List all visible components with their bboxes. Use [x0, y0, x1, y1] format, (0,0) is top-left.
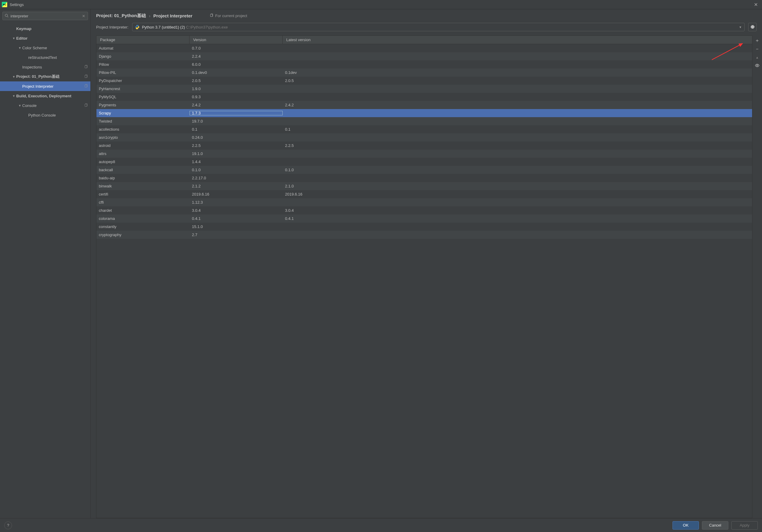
table-row[interactable]: Pillow-PIL0.1.dev00.1dev	[97, 68, 752, 77]
table-row[interactable]: colorama0.4.10.4.1	[97, 214, 752, 223]
interpreter-text: Python 3.7 (untitled1) (2) C:\Python37\p…	[142, 25, 228, 30]
column-latest[interactable]: Latest version	[283, 36, 752, 44]
settings-search-box[interactable]: ✕	[2, 12, 88, 20]
cell-package: autopep8	[97, 160, 190, 164]
cell-version: 2.1.2	[190, 184, 283, 189]
cell-version: 19.1.0	[190, 151, 283, 156]
cell-version: 6.0.0	[190, 62, 283, 67]
table-row[interactable]: acollections0.10.1	[97, 125, 752, 133]
table-row[interactable]: PyHamcrest1.9.0	[97, 85, 752, 93]
column-package[interactable]: Package	[97, 36, 190, 44]
sidebar-item-editor[interactable]: ▼Editor	[0, 33, 90, 43]
cell-latest: 0.1.0	[283, 168, 752, 172]
up-triangle-icon: ▲	[756, 55, 759, 59]
table-row[interactable]: Scrapy1.7.3	[97, 109, 752, 117]
svg-rect-4	[85, 85, 87, 87]
table-row[interactable]: attrs19.1.0	[97, 150, 752, 158]
table-row[interactable]: chardet3.0.43.0.4	[97, 206, 752, 214]
titlebar: PC Settings ✕	[0, 0, 762, 9]
svg-point-7	[136, 25, 137, 26]
plus-icon: ＋	[755, 38, 760, 44]
cell-latest: 0.4.1	[283, 216, 752, 221]
cell-version: 2019.6.16	[190, 192, 283, 196]
cell-package: Django	[97, 54, 190, 59]
cell-package: certifi	[97, 192, 190, 196]
cell-version: 0.4.1	[190, 216, 283, 221]
copy-icon	[209, 13, 213, 18]
sidebar-item-keymap[interactable]: Keymap	[0, 24, 90, 33]
table-row[interactable]: PyMySQL0.9.3	[97, 93, 752, 101]
table-row[interactable]: certifi2019.6.162019.6.16	[97, 190, 752, 198]
table-row[interactable]: baidu-aip2.2.17.0	[97, 174, 752, 182]
add-package-button[interactable]: ＋	[753, 37, 761, 44]
table-row[interactable]: Django2.2.4	[97, 52, 752, 60]
svg-point-0	[5, 14, 8, 17]
cell-version: 0.24.0	[190, 135, 283, 140]
table-row[interactable]: cffi1.12.3	[97, 198, 752, 206]
sidebar-item-label: Console	[22, 103, 37, 108]
sidebar-item-label: Build, Execution, Deployment	[16, 94, 71, 98]
table-row[interactable]: astroid2.2.52.2.5	[97, 141, 752, 150]
package-tools: ＋ － ▲	[752, 36, 762, 518]
cell-package: PyMySQL	[97, 95, 190, 99]
apply-button[interactable]: Apply	[731, 521, 758, 530]
chevron-down-icon: ▼	[739, 26, 742, 29]
cell-package: backcall	[97, 168, 190, 172]
cell-package: Twisted	[97, 119, 190, 123]
table-row[interactable]: constantly15.1.0	[97, 223, 752, 231]
table-row[interactable]: binwalk2.1.22.1.0	[97, 182, 752, 190]
packages-table: Package Version Latest version Automat0.…	[96, 36, 752, 518]
cell-package: PyDispatcher	[97, 78, 190, 83]
ok-button[interactable]: OK	[672, 521, 699, 530]
sidebar-item-label: reStructuredText	[28, 55, 57, 60]
sidebar-item-build-execution-deployment[interactable]: ▼Build, Execution, Deployment	[0, 91, 90, 101]
svg-line-1	[8, 16, 8, 17]
close-icon[interactable]: ✕	[751, 1, 760, 9]
search-icon	[5, 14, 9, 19]
sidebar-item-python-console[interactable]: Python Console	[0, 110, 90, 120]
gear-icon	[750, 24, 755, 30]
table-row[interactable]: backcall0.1.00.1.0	[97, 166, 752, 174]
clear-search-icon[interactable]: ✕	[81, 14, 86, 18]
upgrade-package-button[interactable]: ▲	[753, 53, 761, 61]
table-row[interactable]: Twisted19.7.0	[97, 117, 752, 125]
sidebar-item-project-interpreter[interactable]: Project Interpreter	[0, 81, 90, 91]
cell-latest: 2019.6.16	[283, 192, 752, 196]
sidebar-item-inspections[interactable]: Inspections	[0, 62, 90, 72]
sidebar-item-restructuredtext[interactable]: reStructuredText	[0, 52, 90, 62]
sidebar-item-label: Editor	[16, 36, 28, 40]
cancel-button[interactable]: Cancel	[702, 521, 728, 530]
interpreter-dropdown[interactable]: Python 3.7 (untitled1) (2) C:\Python37\p…	[132, 23, 745, 31]
sidebar-item-console[interactable]: ▼Console	[0, 101, 90, 110]
caret-down-icon: ▼	[11, 75, 16, 78]
table-row[interactable]: asn1crypto0.24.0	[97, 133, 752, 141]
project-badge-icon	[84, 84, 88, 89]
table-row[interactable]: Pygments2.4.22.4.2	[97, 101, 752, 109]
table-row[interactable]: autopep81.4.4	[97, 158, 752, 166]
column-version[interactable]: Version	[190, 36, 283, 44]
cell-latest: 3.0.4	[283, 208, 752, 213]
content-panel: Project: 01_Python基础 › Project Interpret…	[91, 9, 762, 518]
table-row[interactable]: Automat0.7.0	[97, 44, 752, 52]
interpreter-settings-button[interactable]	[748, 23, 757, 31]
cell-package: Pillow-PIL	[97, 70, 190, 75]
help-button[interactable]: ?	[4, 521, 12, 529]
table-row[interactable]: cryptography2.7	[97, 231, 752, 239]
remove-package-button[interactable]: －	[753, 45, 761, 53]
svg-rect-5	[85, 104, 87, 106]
sidebar: ✕ Keymap▼Editor▼Color SchemereStructured…	[0, 9, 91, 518]
search-input[interactable]	[9, 14, 81, 18]
table-row[interactable]: Pillow6.0.0	[97, 60, 752, 68]
app-icon: PC	[2, 2, 7, 7]
sidebar-item-color-scheme[interactable]: ▼Color Scheme	[0, 43, 90, 52]
cell-version: 1.4.4	[190, 160, 283, 164]
sidebar-item-project-01-python-[interactable]: ▼Project: 01_Python基础	[0, 72, 90, 81]
cell-latest: 0.1dev	[283, 70, 752, 75]
cell-latest: 0.1	[283, 127, 752, 131]
eye-icon	[755, 63, 760, 69]
table-row[interactable]: PyDispatcher2.0.52.0.5	[97, 77, 752, 85]
cell-package: colorama	[97, 216, 190, 221]
cell-version: 1.9.0	[190, 87, 283, 91]
show-early-releases-button[interactable]	[753, 62, 761, 70]
cell-version: 1.7.3	[190, 111, 283, 115]
